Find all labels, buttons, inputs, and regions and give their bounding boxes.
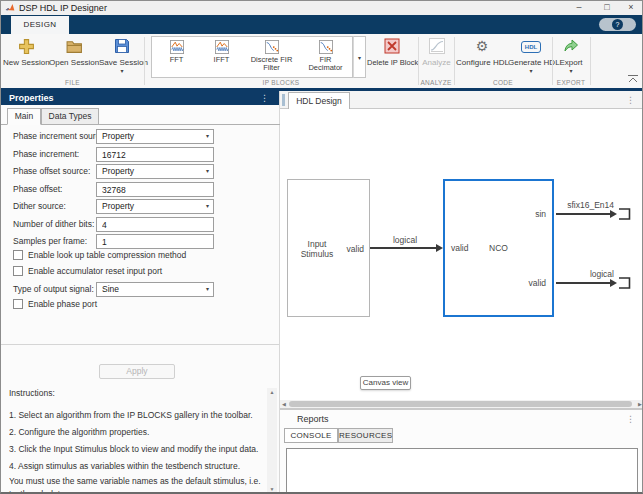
wire-datatype-label: logical [550, 269, 614, 279]
dropdown-arrow-icon: ▾ [508, 68, 554, 74]
scroll-up-icon[interactable]: ▲ [267, 389, 277, 395]
app-window: DSP HDL IP Designer – □ × DESIGN ? New S… [0, 0, 643, 494]
samples-per-frame-input[interactable] [96, 234, 214, 249]
scroll-right-icon[interactable]: ▶ [636, 400, 643, 408]
open-session-icon [49, 38, 99, 56]
properties-header: Properties ⋮ [1, 91, 279, 105]
wire-datatype-label: logical [375, 235, 435, 245]
wire-valid-to-nco[interactable] [370, 247, 436, 249]
save-session-icon [99, 38, 145, 56]
block-name: Input Stimulus [288, 239, 346, 259]
kebab-menu-icon[interactable]: ⋮ [260, 92, 269, 104]
tab-data-types[interactable]: Data Types [41, 108, 99, 125]
properties-panel: Properties ⋮ Main Data Types Phase incre… [1, 91, 280, 494]
instructions-scrollbar[interactable]: ▲ ▼ [267, 388, 277, 493]
chevron-down-icon: ▾ [206, 130, 209, 143]
section-label-file: FILE [1, 79, 144, 86]
checkbox-icon [13, 266, 23, 276]
tab-divider [1, 124, 280, 125]
apply-button[interactable]: Apply [99, 364, 175, 379]
help-icon: ? [612, 19, 623, 30]
fft-icon [154, 40, 199, 56]
toolbar: New Session Open Session Save Session ▾ … [1, 34, 643, 88]
canvas-horizontal-scrollbar[interactable]: ◀ ▶ [280, 400, 643, 408]
export-button[interactable]: Export ▾ [553, 36, 589, 78]
kebab-menu-icon[interactable]: ⋮ [626, 94, 635, 106]
properties-title: Properties [9, 91, 54, 105]
enable-lut-compression-checkbox[interactable]: Enable look up table compression method [13, 250, 186, 262]
chevron-down-icon: ▾ [206, 200, 209, 213]
tab-main[interactable]: Main [7, 108, 41, 125]
enable-phase-port-checkbox[interactable]: Enable phase port [13, 299, 97, 311]
port-label-sin: sin [535, 209, 546, 219]
instruction-step: 2. Configure the algorithm properties. [9, 427, 261, 437]
save-session-button[interactable]: Save Session ▾ [99, 36, 145, 78]
instructions-title: Instructions: [9, 388, 261, 398]
fir-decimator-icon [299, 40, 352, 56]
scroll-left-icon[interactable]: ◀ [280, 400, 288, 408]
new-session-button[interactable]: New Session [3, 36, 49, 78]
gallery-item-fft[interactable]: FFT [154, 38, 199, 76]
close-button[interactable]: × [620, 1, 642, 15]
tab-design[interactable]: DESIGN [11, 16, 69, 34]
instruction-step: 1. Select an algorithm from the IP BLOCK… [9, 410, 261, 420]
output-terminator-icon [617, 276, 632, 290]
nco-block[interactable]: valid NCO sin valid [443, 179, 554, 317]
tab-console[interactable]: CONSOLE [284, 428, 338, 443]
wire-sin-output[interactable] [556, 213, 610, 215]
wire-valid-output[interactable] [556, 282, 610, 284]
chevron-down-icon: ▾ [206, 283, 209, 296]
field-label: Phase increment: [13, 147, 79, 162]
generate-hdl-button[interactable]: HDL Generate HDL ▾ [508, 36, 554, 78]
analyze-button[interactable]: Analyze [419, 36, 454, 78]
field-label: Dither source: [13, 199, 66, 214]
gallery-item-discrete-fir-filter[interactable]: Discrete FIR Filter [244, 38, 299, 76]
phase-offset-source-select[interactable]: Property▾ [96, 164, 214, 179]
field-label: Phase offset source: [13, 164, 90, 179]
instruction-step: 3. Click the Input Stimulus block to vie… [9, 444, 261, 454]
panel-drag-handle[interactable] [282, 94, 285, 106]
phase-offset-input[interactable] [96, 182, 214, 197]
section-label-analyze: ANALYZE [418, 79, 454, 86]
tab-resources[interactable]: RESOURCES [338, 428, 393, 443]
input-stimulus-block[interactable]: Input Stimulus valid [287, 179, 370, 317]
scroll-down-icon[interactable]: ▼ [267, 486, 277, 492]
configure-hdl-button[interactable]: ⚙ Configure HDL [456, 36, 508, 78]
gallery-expand-button[interactable]: ▾ [353, 36, 366, 78]
gallery-item-fir-decimator[interactable]: FIR Decimator [299, 38, 352, 76]
export-icon [553, 38, 589, 56]
checkbox-icon [13, 299, 23, 309]
kebab-menu-icon[interactable]: ⋮ [626, 413, 635, 425]
field-label: Samples per frame: [13, 234, 87, 249]
type-of-output-signal-select[interactable]: Sine▾ [96, 282, 214, 297]
chevron-down-icon: ▾ [206, 165, 209, 178]
field-label: Type of output signal: [13, 282, 94, 297]
canvas-view-button[interactable]: Canvas view [360, 376, 411, 390]
port-label-valid: valid [347, 244, 364, 254]
dropdown-arrow-icon: ▾ [99, 68, 145, 74]
open-session-button[interactable]: Open Session [49, 36, 99, 78]
phase-increment-input[interactable] [96, 147, 214, 162]
matlab-logo-icon [5, 3, 15, 13]
section-divider [590, 37, 591, 85]
dropdown-arrow-icon: ▾ [553, 68, 589, 74]
discrete-fir-filter-icon [244, 40, 299, 56]
number-of-dither-bits-input[interactable] [96, 217, 214, 232]
delete-ip-block-button[interactable]: Delete IP Block [367, 36, 417, 78]
maximize-button[interactable]: □ [596, 1, 618, 15]
canvas-tab-bar: HDL Design ⋮ [280, 91, 643, 109]
dither-source-select[interactable]: Property▾ [96, 199, 214, 214]
minimize-button[interactable]: – [568, 1, 590, 15]
field-label: Phase offset: [13, 182, 62, 197]
scrollbar-thumb[interactable] [289, 401, 632, 407]
ribbon-tab-strip: DESIGN ? [1, 15, 643, 34]
tab-hdl-design[interactable]: HDL Design [288, 92, 350, 109]
form-divider [1, 344, 279, 345]
gallery-item-ifft[interactable]: IFFT [199, 38, 244, 76]
design-canvas[interactable]: Input Stimulus valid logical valid NCO s… [280, 109, 643, 400]
enable-accumulator-reset-checkbox[interactable]: Enable accumulator reset input port [13, 266, 162, 278]
phase-increment-source-select[interactable]: Property▾ [96, 129, 214, 144]
arrowhead-icon [610, 210, 617, 218]
new-session-icon [3, 38, 49, 56]
help-button[interactable]: ? [599, 18, 636, 31]
